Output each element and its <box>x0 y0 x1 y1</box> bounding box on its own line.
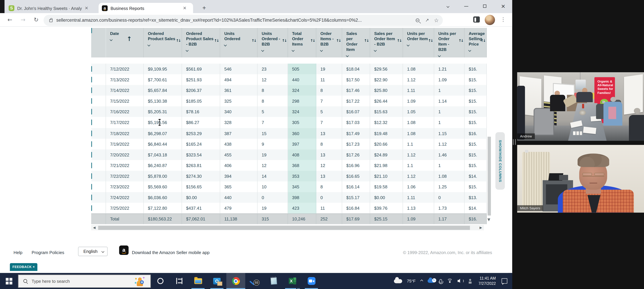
zoom-out-icon[interactable] <box>416 18 420 22</box>
tab-close-icon[interactable]: × <box>183 5 187 11</box>
row-checkbox[interactable] <box>91 173 92 179</box>
show-hide-columns-tab[interactable]: SHOW/HIDE COLUMNS <box>495 132 505 190</box>
column-header[interactable]: Units per Order Item - B2B↑↓ <box>434 28 464 57</box>
row-checkbox[interactable] <box>91 66 92 72</box>
column-menu-chevron-icon[interactable] <box>438 54 441 57</box>
dropbox-icon[interactable] <box>467 279 473 284</box>
select-all-checkbox[interactable] <box>91 28 92 33</box>
address-bar[interactable]: sellercentral.amazon.com/business-report… <box>44 15 443 26</box>
column-menu-chevron-icon[interactable] <box>224 43 227 46</box>
lock-icon[interactable] <box>49 19 53 22</box>
column-menu-chevron-icon[interactable] <box>261 49 264 52</box>
row-checkbox[interactable] <box>91 162 92 168</box>
profile-avatar[interactable] <box>485 15 495 25</box>
zoom-button[interactable] <box>302 273 321 289</box>
weather-icon[interactable] <box>394 279 402 283</box>
row-checkbox[interactable] <box>91 184 92 190</box>
column-header[interactable]: Sales per Order Item↑↓ <box>342 28 370 57</box>
table-cell: $15. <box>464 96 487 106</box>
cortana-button[interactable] <box>151 273 170 289</box>
column-header[interactable]: Ordered Product Sales - B2B↑↓ <box>182 28 220 57</box>
column-menu-chevron-icon[interactable] <box>406 43 410 46</box>
row-checkbox[interactable] <box>91 152 92 157</box>
table-scroll-down-arrow[interactable]: ▼ <box>486 217 491 223</box>
row-checkbox[interactable] <box>91 87 92 93</box>
column-menu-chevron-icon[interactable] <box>292 49 294 52</box>
taskbar-search-input[interactable]: Type here to search <box>18 274 151 288</box>
outlook-button[interactable]: O <box>208 273 226 289</box>
column-menu-chevron-icon[interactable] <box>186 49 188 52</box>
file-explorer-button[interactable] <box>188 273 207 289</box>
weather-temp[interactable]: 75°F <box>407 279 416 283</box>
close-button[interactable]: ✕ <box>495 0 512 12</box>
column-menu-chevron-icon[interactable] <box>148 43 150 46</box>
microphone-icon[interactable] <box>439 279 442 283</box>
tab-shopify-analytics[interactable]: S Dr. John's Healthy Sweets · Analy × <box>6 3 95 13</box>
side-panel-icon[interactable] <box>473 16 480 23</box>
column-header[interactable]: Ordered Product Sales↑↓ <box>144 28 182 57</box>
tab-business-reports[interactable]: a Business Reports × <box>98 3 193 13</box>
browser-toolbar: ← → ↻ sellercentral.amazon.com/business-… <box>0 13 512 27</box>
help-link[interactable]: Help <box>14 250 22 255</box>
scroll-right-arrow[interactable]: ▶ <box>478 225 484 230</box>
row-checkbox[interactable] <box>91 120 92 125</box>
column-menu-chevron-icon[interactable] <box>110 38 112 41</box>
scroll-left-arrow[interactable]: ◀ <box>91 225 97 230</box>
column-menu-chevron-icon[interactable] <box>374 49 377 52</box>
bookmark-star-icon[interactable]: ☆ <box>434 17 439 23</box>
download-app-link[interactable]: Download the Amazon Seller mobile app <box>132 250 210 255</box>
action-center-icon[interactable] <box>502 278 507 284</box>
volume-icon[interactable] <box>458 279 462 283</box>
taskbar-clock[interactable]: 11:41 AM 7/27/2022 <box>478 276 496 286</box>
row-checkbox[interactable] <box>91 130 92 136</box>
start-button[interactable] <box>0 273 18 289</box>
excel-button[interactable]: X <box>283 273 302 289</box>
column-menu-chevron-icon[interactable] <box>468 49 471 52</box>
language-select[interactable]: English <box>78 247 108 256</box>
feedback-button[interactable]: FEEDBACK × <box>10 263 38 271</box>
todo-button[interactable]: 93 <box>245 273 264 289</box>
column-header[interactable]: Total Order Items↑↓ <box>288 28 316 57</box>
panel-drag-handle[interactable] <box>513 139 516 145</box>
chevron-down-icon <box>102 250 104 253</box>
notepad-button[interactable] <box>264 273 283 289</box>
share-icon[interactable]: ↗ <box>425 17 429 23</box>
program-policies-link[interactable]: Program Policies <box>32 250 64 255</box>
feedback-close-icon[interactable]: × <box>33 265 35 269</box>
column-menu-chevron-icon[interactable] <box>346 54 349 57</box>
chrome-button[interactable] <box>226 273 245 289</box>
row-checkbox[interactable] <box>91 205 92 211</box>
search-highlights-icon[interactable] <box>135 277 144 286</box>
new-tab-button[interactable]: + <box>200 3 209 12</box>
wifi-icon[interactable] <box>447 279 452 283</box>
url-text[interactable]: sellercentral.amazon.com/business-report… <box>56 18 410 22</box>
column-header[interactable]: Units per Order Item↑↓ <box>403 28 434 57</box>
restore-button[interactable] <box>476 0 493 12</box>
page-footer: Help Program Policies English a Download… <box>0 244 493 261</box>
back-button[interactable]: ← <box>5 15 15 25</box>
table-horizontal-scrollbar[interactable]: ◀ ▶ <box>91 225 484 230</box>
reload-button[interactable]: ↻ <box>31 15 41 25</box>
row-checkbox[interactable] <box>91 195 92 200</box>
column-menu-chevron-icon[interactable] <box>320 49 323 52</box>
column-header[interactable]: Units Ordered - B2B↑↓ <box>258 28 288 57</box>
tray-expand-chevron[interactable] <box>420 280 422 282</box>
table-cell: $165.24 <box>182 139 220 149</box>
onedrive-icon[interactable] <box>428 279 435 283</box>
row-checkbox[interactable] <box>91 141 92 147</box>
minimize-button[interactable] <box>458 0 474 12</box>
row-checkbox[interactable] <box>91 109 92 115</box>
column-header[interactable]: Sales per Order Item - B2B↑↓ <box>370 28 403 57</box>
column-header[interactable]: Date↑ <box>106 28 144 57</box>
row-checkbox[interactable] <box>91 98 92 104</box>
column-header[interactable]: Units Ordered↑↓ <box>220 28 258 57</box>
forward-button[interactable]: → <box>18 15 28 25</box>
horizontal-scroll-thumb[interactable] <box>98 226 470 230</box>
browser-menu-icon[interactable]: ⋮ <box>500 15 507 25</box>
tab-search-button[interactable] <box>440 0 456 12</box>
column-header[interactable]: Order Items - B2B↑↓ <box>316 28 342 57</box>
tab-close-icon[interactable]: × <box>84 5 88 11</box>
task-view-button[interactable] <box>170 273 188 289</box>
row-checkbox[interactable] <box>91 77 92 82</box>
column-header[interactable]: Average Selling Price↑↓ <box>464 28 487 57</box>
